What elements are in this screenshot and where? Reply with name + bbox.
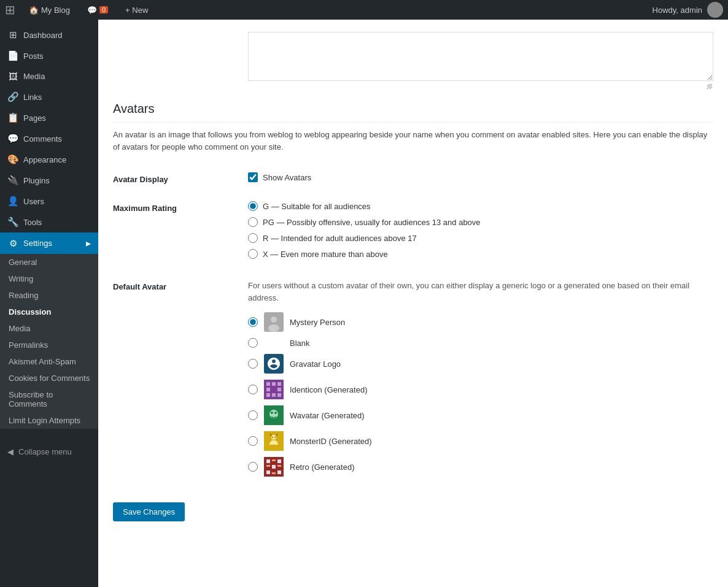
show-avatars-wrap: Show Avatars bbox=[248, 172, 713, 182]
svg-rect-27 bbox=[272, 465, 276, 469]
collapse-icon: ◀ bbox=[7, 447, 14, 456]
submenu-subscribe[interactable]: Subscribe to Comments bbox=[0, 386, 98, 412]
svg-rect-5 bbox=[277, 382, 281, 386]
svg-point-1 bbox=[271, 317, 277, 323]
submenu-discussion[interactable]: Discussion bbox=[0, 304, 98, 320]
main-content: Avatars An avatar is an image that follo… bbox=[98, 20, 728, 587]
svg-rect-23 bbox=[266, 459, 270, 463]
mystery-person-icon bbox=[264, 312, 284, 332]
textarea-area bbox=[113, 32, 713, 92]
sidebar-item-comments[interactable]: 💬 Comments bbox=[0, 128, 98, 149]
svg-rect-11 bbox=[277, 393, 281, 397]
comments-link[interactable]: 💬 0 bbox=[83, 0, 112, 20]
avatar-identicon-label[interactable]: Identicon (Generated) bbox=[290, 385, 367, 394]
avatar-wavatar-radio[interactable] bbox=[248, 410, 258, 420]
avatar-wavatar-label[interactable]: Wavatar (Generated) bbox=[290, 411, 365, 420]
rating-g-radio[interactable] bbox=[248, 201, 258, 211]
svg-rect-4 bbox=[266, 382, 270, 386]
submenu-permalinks[interactable]: Permalinks bbox=[0, 337, 98, 353]
avatar-monsterid-label[interactable]: MonsterID (Generated) bbox=[290, 437, 372, 446]
settings-submenu: General Writing Reading Discussion Media… bbox=[0, 254, 98, 429]
svg-point-2 bbox=[268, 324, 279, 332]
show-avatars-label[interactable]: Show Avatars bbox=[263, 173, 311, 182]
avatar-monsterid-radio[interactable] bbox=[248, 436, 258, 446]
sidebar-item-plugins[interactable]: 🔌 Plugins bbox=[0, 170, 98, 191]
avatar-gravatar-label[interactable]: Gravatar Logo bbox=[290, 359, 341, 369]
avatar-retro-radio[interactable] bbox=[248, 462, 258, 472]
svg-point-20 bbox=[272, 437, 273, 438]
identicon-icon bbox=[264, 380, 284, 399]
avatars-title: Avatars bbox=[113, 102, 713, 123]
sidebar-item-links[interactable]: 🔗 Links bbox=[0, 86, 98, 107]
avatar-blank-label[interactable]: Blank bbox=[290, 339, 310, 348]
svg-point-21 bbox=[274, 437, 276, 438]
svg-rect-29 bbox=[277, 465, 281, 467]
avatar-monsterid-option: MonsterID (Generated) bbox=[248, 431, 713, 451]
settings-icon: ⚙ bbox=[7, 238, 18, 249]
avatar-blank-radio[interactable] bbox=[248, 338, 258, 348]
submenu-general[interactable]: General bbox=[0, 254, 98, 270]
appearance-icon: 🎨 bbox=[7, 154, 18, 165]
rating-r-radio[interactable] bbox=[248, 233, 258, 243]
avatars-desc: An avatar is an image that follows you f… bbox=[113, 129, 713, 153]
svg-rect-25 bbox=[266, 470, 270, 474]
submenu-limit-login[interactable]: Limit Login Attempts bbox=[0, 412, 98, 429]
rating-pg-radio[interactable] bbox=[248, 217, 258, 227]
rating-x-wrap: X — Even more mature than above bbox=[248, 249, 713, 259]
svg-point-14 bbox=[271, 412, 273, 414]
comments-sidebar-icon: 💬 bbox=[7, 133, 18, 144]
svg-rect-8 bbox=[277, 388, 281, 391]
site-name-link[interactable]: 🏠 My Blog bbox=[25, 0, 74, 20]
settings-form-table: Avatar Display Show Avatars Maximum Rati… bbox=[113, 165, 713, 490]
submenu-reading[interactable]: Reading bbox=[0, 287, 98, 304]
submenu-cookies[interactable]: Cookies for Comments bbox=[0, 370, 98, 386]
default-avatar-row: Default Avatar For users without a custo… bbox=[113, 272, 713, 490]
sidebar-item-users[interactable]: 👤 Users bbox=[0, 191, 98, 212]
avatar-identicon-radio[interactable] bbox=[248, 385, 258, 394]
avatar-identicon-option: Identicon (Generated) bbox=[248, 380, 713, 399]
sidebar-item-posts[interactable]: 📄 Posts bbox=[0, 45, 98, 66]
monsterid-icon bbox=[264, 431, 284, 451]
rating-r-wrap: R — Intended for adult audiences above 1… bbox=[248, 233, 713, 243]
rating-pg-label[interactable]: PG — Possibly offensive, usually for aud… bbox=[263, 218, 481, 227]
wp-logo-icon[interactable]: ⊞ bbox=[5, 2, 15, 17]
svg-point-15 bbox=[274, 412, 277, 414]
svg-rect-9 bbox=[272, 393, 276, 397]
show-avatars-checkbox[interactable] bbox=[248, 172, 258, 182]
avatar-retro-label[interactable]: Retro (Generated) bbox=[290, 462, 355, 472]
collapse-menu-button[interactable]: ◀ Collapse menu bbox=[0, 441, 98, 462]
avatar-mystery-label[interactable]: Mystery Person bbox=[290, 318, 345, 327]
rating-x-label[interactable]: X — Even more mature than above bbox=[263, 250, 388, 259]
adminbar-right: Howdy, admin bbox=[652, 2, 723, 18]
sidebar-item-settings[interactable]: ⚙ Settings ▸ bbox=[0, 232, 98, 254]
rating-g-label[interactable]: G — Suitable for all audiences bbox=[263, 202, 371, 211]
resize-handle-icon bbox=[706, 83, 713, 90]
sidebar-item-appearance[interactable]: 🎨 Appearance bbox=[0, 149, 98, 170]
svg-rect-7 bbox=[266, 388, 270, 391]
users-icon: 👤 bbox=[7, 196, 18, 207]
sidebar-item-dashboard[interactable]: ⊞ Dashboard bbox=[0, 25, 98, 45]
svg-rect-31 bbox=[272, 472, 276, 474]
avatar-mystery-option: Mystery Person bbox=[248, 312, 713, 332]
avatar-retro-option: Retro (Generated) bbox=[248, 457, 713, 477]
save-changes-button[interactable]: Save Changes bbox=[113, 502, 185, 521]
sidebar-item-tools[interactable]: 🔧 Tools bbox=[0, 212, 98, 232]
new-content-link[interactable]: + New bbox=[122, 0, 152, 20]
submenu-akismet[interactable]: Akismet Anti-Spam bbox=[0, 353, 98, 370]
default-avatar-label: Default Avatar bbox=[113, 272, 248, 490]
rating-x-radio[interactable] bbox=[248, 249, 258, 259]
submenu-writing[interactable]: Writing bbox=[0, 270, 98, 287]
svg-rect-30 bbox=[272, 459, 276, 461]
posts-icon: 📄 bbox=[7, 50, 18, 61]
home-icon: 🏠 bbox=[29, 6, 39, 15]
avatar-gravatar-radio[interactable] bbox=[248, 359, 258, 369]
plugins-icon: 🔌 bbox=[7, 175, 18, 186]
discussion-textarea[interactable] bbox=[248, 32, 713, 81]
rating-r-label[interactable]: R — Intended for adult audiences above 1… bbox=[263, 234, 417, 243]
submenu-media[interactable]: Media bbox=[0, 320, 98, 337]
sidebar-item-pages[interactable]: 📋 Pages bbox=[0, 107, 98, 128]
avatar-mystery-radio[interactable] bbox=[248, 317, 258, 327]
sidebar-item-media[interactable]: 🖼 Media bbox=[0, 66, 98, 86]
svg-point-13 bbox=[269, 410, 278, 418]
avatar[interactable] bbox=[707, 2, 723, 18]
